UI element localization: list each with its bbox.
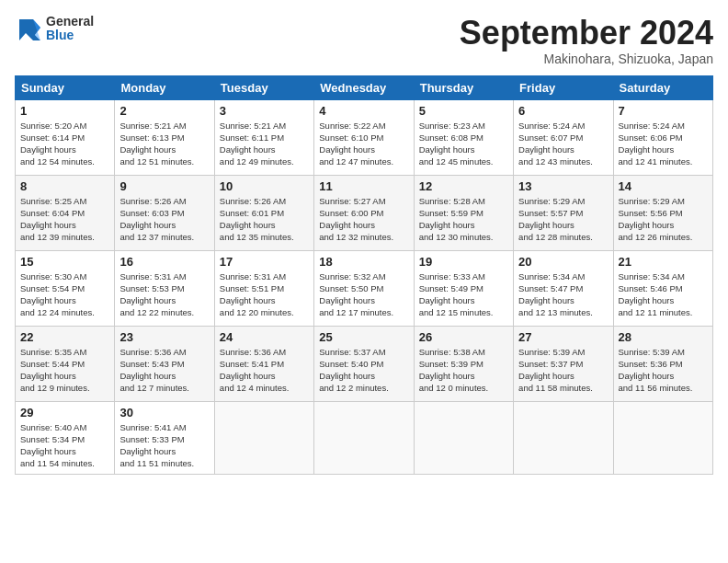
day-info: Sunrise: 5:28 AM Sunset: 5:59 PM Dayligh… — [419, 195, 508, 244]
day-info: Sunrise: 5:38 AM Sunset: 5:39 PM Dayligh… — [419, 346, 508, 395]
calendar-cell: 1 Sunrise: 5:20 AM Sunset: 6:14 PM Dayli… — [16, 99, 115, 175]
day-info: Sunrise: 5:36 AM Sunset: 5:41 PM Dayligh… — [220, 346, 309, 395]
day-info: Sunrise: 5:24 AM Sunset: 6:07 PM Dayligh… — [518, 120, 608, 168]
day-number: 26 — [419, 330, 508, 344]
day-number: 28 — [619, 330, 708, 344]
logo-text: General Blue — [46, 15, 94, 43]
calendar-cell: 14 Sunrise: 5:29 AM Sunset: 5:56 PM Dayl… — [613, 175, 712, 250]
calendar-cell: 18 Sunrise: 5:32 AM Sunset: 5:50 PM Dayl… — [314, 250, 414, 326]
day-number: 19 — [419, 255, 508, 269]
calendar-cell: 25 Sunrise: 5:37 AM Sunset: 5:40 PM Dayl… — [314, 326, 414, 401]
day-number: 29 — [20, 406, 109, 419]
day-info: Sunrise: 5:36 AM Sunset: 5:43 PM Dayligh… — [119, 346, 209, 395]
day-info: Sunrise: 5:31 AM Sunset: 5:51 PM Dayligh… — [220, 270, 309, 319]
calendar-cell: 5 Sunrise: 5:23 AM Sunset: 6:08 PM Dayli… — [414, 99, 513, 175]
calendar-header: Sunday Monday Tuesday Wednesday Thursday… — [16, 75, 713, 99]
day-number: 14 — [619, 179, 708, 193]
day-info: Sunrise: 5:41 AM Sunset: 5:33 PM Dayligh… — [119, 421, 209, 470]
calendar-cell: 15 Sunrise: 5:30 AM Sunset: 5:54 PM Dayl… — [16, 250, 115, 326]
calendar-cell: 24 Sunrise: 5:36 AM Sunset: 5:41 PM Dayl… — [214, 326, 313, 401]
week-row-3: 15 Sunrise: 5:30 AM Sunset: 5:54 PM Dayl… — [16, 250, 713, 326]
calendar-cell: 30 Sunrise: 5:41 AM Sunset: 5:33 PM Dayl… — [115, 401, 214, 474]
day-info: Sunrise: 5:27 AM Sunset: 6:00 PM Dayligh… — [319, 195, 408, 244]
day-info: Sunrise: 5:23 AM Sunset: 6:08 PM Dayligh… — [419, 120, 508, 168]
calendar-cell: 8 Sunrise: 5:25 AM Sunset: 6:04 PM Dayli… — [16, 175, 115, 250]
calendar-cell: 26 Sunrise: 5:38 AM Sunset: 5:39 PM Dayl… — [414, 326, 513, 401]
calendar-table: Sunday Monday Tuesday Wednesday Thursday… — [15, 75, 713, 475]
day-number: 11 — [319, 179, 408, 193]
location: Makinohara, Shizuoka, Japan — [460, 52, 713, 66]
day-info: Sunrise: 5:34 AM Sunset: 5:46 PM Dayligh… — [619, 270, 708, 319]
day-info: Sunrise: 5:35 AM Sunset: 5:44 PM Dayligh… — [20, 346, 109, 395]
calendar-cell: 21 Sunrise: 5:34 AM Sunset: 5:46 PM Dayl… — [613, 250, 712, 326]
col-friday: Friday — [514, 75, 613, 99]
day-number: 17 — [220, 255, 309, 269]
day-info: Sunrise: 5:22 AM Sunset: 6:10 PM Dayligh… — [319, 120, 408, 168]
day-number: 30 — [119, 406, 209, 419]
day-number: 20 — [518, 255, 608, 269]
calendar-cell: 19 Sunrise: 5:33 AM Sunset: 5:49 PM Dayl… — [414, 250, 513, 326]
week-row-2: 8 Sunrise: 5:25 AM Sunset: 6:04 PM Dayli… — [16, 175, 713, 250]
calendar-cell: 2 Sunrise: 5:21 AM Sunset: 6:13 PM Dayli… — [115, 99, 214, 175]
day-number: 4 — [319, 104, 408, 118]
week-row-5: 29 Sunrise: 5:40 AM Sunset: 5:34 PM Dayl… — [16, 401, 713, 474]
day-info: Sunrise: 5:29 AM Sunset: 5:56 PM Dayligh… — [619, 195, 708, 244]
header-row: Sunday Monday Tuesday Wednesday Thursday… — [16, 75, 713, 99]
col-sunday: Sunday — [16, 75, 115, 99]
col-tuesday: Tuesday — [214, 75, 313, 99]
calendar-cell — [214, 401, 313, 474]
calendar-cell: 23 Sunrise: 5:36 AM Sunset: 5:43 PM Dayl… — [115, 326, 214, 401]
calendar-body: 1 Sunrise: 5:20 AM Sunset: 6:14 PM Dayli… — [16, 99, 713, 474]
day-info: Sunrise: 5:25 AM Sunset: 6:04 PM Dayligh… — [20, 195, 109, 244]
calendar-cell: 28 Sunrise: 5:39 AM Sunset: 5:36 PM Dayl… — [613, 326, 712, 401]
calendar-cell — [613, 401, 712, 474]
day-number: 25 — [319, 330, 408, 344]
day-info: Sunrise: 5:33 AM Sunset: 5:49 PM Dayligh… — [419, 270, 508, 319]
calendar-cell — [314, 401, 414, 474]
title-block: September 2024 Makinohara, Shizuoka, Jap… — [460, 15, 713, 66]
day-info: Sunrise: 5:30 AM Sunset: 5:54 PM Dayligh… — [20, 270, 109, 319]
day-number: 21 — [619, 255, 708, 269]
day-info: Sunrise: 5:20 AM Sunset: 6:14 PM Dayligh… — [20, 120, 109, 168]
calendar-cell: 3 Sunrise: 5:21 AM Sunset: 6:11 PM Dayli… — [214, 99, 313, 175]
calendar-cell: 4 Sunrise: 5:22 AM Sunset: 6:10 PM Dayli… — [314, 99, 414, 175]
week-row-1: 1 Sunrise: 5:20 AM Sunset: 6:14 PM Dayli… — [16, 99, 713, 175]
day-info: Sunrise: 5:39 AM Sunset: 5:37 PM Dayligh… — [518, 346, 608, 395]
day-number: 24 — [220, 330, 309, 344]
day-info: Sunrise: 5:40 AM Sunset: 5:34 PM Dayligh… — [20, 421, 109, 470]
day-info: Sunrise: 5:26 AM Sunset: 6:01 PM Dayligh… — [220, 195, 309, 244]
day-info: Sunrise: 5:21 AM Sunset: 6:11 PM Dayligh… — [220, 120, 309, 168]
day-info: Sunrise: 5:34 AM Sunset: 5:47 PM Dayligh… — [518, 270, 608, 319]
day-number: 18 — [319, 255, 408, 269]
calendar-cell: 7 Sunrise: 5:24 AM Sunset: 6:06 PM Dayli… — [613, 99, 712, 175]
calendar-cell: 12 Sunrise: 5:28 AM Sunset: 5:59 PM Dayl… — [414, 175, 513, 250]
calendar-cell: 22 Sunrise: 5:35 AM Sunset: 5:44 PM Dayl… — [16, 326, 115, 401]
day-number: 12 — [419, 179, 508, 193]
day-info: Sunrise: 5:39 AM Sunset: 5:36 PM Dayligh… — [619, 346, 708, 395]
logo-general-text: General — [46, 15, 94, 29]
day-info: Sunrise: 5:21 AM Sunset: 6:13 PM Dayligh… — [119, 120, 209, 168]
calendar-cell: 17 Sunrise: 5:31 AM Sunset: 5:51 PM Dayl… — [214, 250, 313, 326]
day-info: Sunrise: 5:32 AM Sunset: 5:50 PM Dayligh… — [319, 270, 408, 319]
day-number: 8 — [20, 179, 109, 193]
header: General Blue September 2024 Makinohara, … — [15, 15, 713, 66]
col-saturday: Saturday — [613, 75, 712, 99]
calendar-cell: 27 Sunrise: 5:39 AM Sunset: 5:37 PM Dayl… — [514, 326, 613, 401]
col-thursday: Thursday — [414, 75, 513, 99]
day-number: 10 — [220, 179, 309, 193]
day-number: 22 — [20, 330, 109, 344]
day-info: Sunrise: 5:24 AM Sunset: 6:06 PM Dayligh… — [619, 120, 708, 168]
day-number: 5 — [419, 104, 508, 118]
day-info: Sunrise: 5:31 AM Sunset: 5:53 PM Dayligh… — [119, 270, 209, 319]
col-monday: Monday — [115, 75, 214, 99]
logo: General Blue — [15, 15, 94, 43]
logo-icon — [15, 15, 42, 42]
day-number: 23 — [119, 330, 209, 344]
day-info: Sunrise: 5:37 AM Sunset: 5:40 PM Dayligh… — [319, 346, 408, 395]
calendar-cell: 6 Sunrise: 5:24 AM Sunset: 6:07 PM Dayli… — [514, 99, 613, 175]
day-number: 1 — [20, 104, 109, 118]
calendar-cell: 29 Sunrise: 5:40 AM Sunset: 5:34 PM Dayl… — [16, 401, 115, 474]
day-number: 27 — [518, 330, 608, 344]
calendar-cell: 20 Sunrise: 5:34 AM Sunset: 5:47 PM Dayl… — [514, 250, 613, 326]
day-number: 6 — [518, 104, 608, 118]
